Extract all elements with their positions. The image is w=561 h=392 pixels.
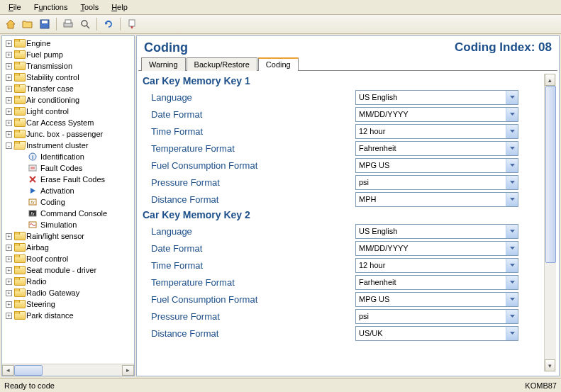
expander-icon[interactable]: +	[6, 108, 12, 115]
select-distance format[interactable]: US/UK	[355, 326, 518, 341]
tree-item[interactable]: +Air conditioning	[4, 94, 134, 106]
chevron-down-icon[interactable]	[506, 142, 518, 155]
select-time format[interactable]: 12 hour	[355, 258, 518, 273]
tree-item[interactable]: +Park distance	[4, 310, 134, 321]
tree-child-item[interactable]: Simulation	[4, 219, 134, 230]
chevron-down-icon[interactable]	[506, 259, 518, 272]
expander-icon[interactable]: +	[6, 52, 12, 58]
program-button[interactable]	[124, 16, 140, 32]
select-date format[interactable]: MM/DD/YYYY	[355, 107, 518, 122]
chevron-down-icon[interactable]	[506, 242, 518, 255]
chevron-down-icon[interactable]	[506, 193, 518, 206]
scroll-down-button[interactable]: ▾	[545, 359, 555, 371]
tree-item[interactable]: +Transmission	[4, 60, 134, 72]
module-tree-pane: +Engine+Fuel pump+Transmission+Stability…	[1, 35, 135, 376]
chevron-down-icon[interactable]	[506, 293, 518, 306]
tree-child-item[interactable]: Activation	[4, 185, 134, 196]
tree-item[interactable]: +Fuel pump	[4, 49, 134, 60]
select-distance format[interactable]: MPH	[355, 192, 518, 207]
tree-item[interactable]: +Radio	[4, 276, 134, 287]
tree-item[interactable]: +Stability control	[4, 72, 134, 83]
tab-coding[interactable]: Coding	[258, 57, 299, 71]
expander-icon[interactable]: +	[6, 233, 12, 240]
tree-child-item[interactable]: fxCommand Console	[4, 208, 134, 219]
scrollbar-thumb[interactable]	[14, 365, 43, 376]
chevron-down-icon[interactable]	[506, 225, 518, 238]
print-preview-button[interactable]	[77, 16, 93, 32]
tree-item[interactable]: +Junc. box - passenger	[4, 128, 134, 140]
expander-icon[interactable]: +	[6, 267, 12, 274]
tree-child-item[interactable]: Erase Fault Codes	[4, 174, 134, 185]
tab-backup-restore[interactable]: Backup/Restore	[187, 57, 257, 71]
chevron-down-icon[interactable]	[506, 91, 518, 104]
scroll-up-button[interactable]: ▴	[545, 74, 555, 86]
scrollbar-thumb[interactable]	[545, 86, 556, 263]
tree-item[interactable]: +Light control	[4, 106, 134, 117]
tree-item[interactable]: +Steering	[4, 298, 134, 310]
select-value: US English	[356, 227, 506, 235]
save-button[interactable]	[37, 16, 52, 32]
tree-item[interactable]: +Roof control	[4, 253, 134, 264]
expander-icon[interactable]: +	[6, 245, 12, 251]
expander-icon[interactable]: +	[6, 301, 12, 308]
form-label: Pressure Format	[143, 311, 355, 322]
chevron-down-icon[interactable]	[506, 327, 518, 340]
tree-item[interactable]: -Instrument cluster	[4, 140, 134, 151]
menu-file[interactable]: File	[3, 1, 27, 13]
select-fuel consumption format[interactable]: MPG US	[355, 158, 518, 173]
chevron-down-icon[interactable]	[506, 276, 518, 289]
expander-icon[interactable]: +	[6, 86, 12, 92]
refresh-button[interactable]	[101, 16, 116, 32]
chevron-down-icon[interactable]	[506, 108, 518, 121]
chevron-down-icon[interactable]	[506, 125, 518, 138]
content-scrollbar-vertical[interactable]: ▴ ▾	[544, 74, 556, 371]
select-value: US English	[356, 93, 506, 101]
expander-icon[interactable]: +	[6, 97, 12, 103]
tree-child-item[interactable]: fxCoding	[4, 196, 134, 208]
tree-item[interactable]: +Car Access System	[4, 117, 134, 128]
tree-scrollbar-horizontal[interactable]: ◂ ▸	[2, 364, 134, 376]
select-language[interactable]: US English	[355, 224, 518, 239]
expander-icon[interactable]: +	[6, 63, 12, 69]
expander-icon[interactable]: +	[6, 74, 12, 81]
tree-item[interactable]: +Seat module - driver	[4, 264, 134, 276]
print-button[interactable]	[60, 16, 76, 32]
tree-item[interactable]: +Airbag	[4, 242, 134, 253]
select-language[interactable]: US English	[355, 90, 518, 105]
expander-icon[interactable]: -	[6, 142, 12, 149]
select-temperature format[interactable]: Farhenheit	[355, 275, 518, 290]
scroll-left-button[interactable]: ◂	[2, 365, 14, 376]
tree-item[interactable]: +Transfer case	[4, 83, 134, 94]
select-pressure format[interactable]: psi	[355, 309, 518, 324]
folder-icon	[14, 39, 24, 47]
menu-functions[interactable]: Functions	[28, 1, 74, 13]
tree-child-item[interactable]: iIdentification	[4, 151, 134, 162]
chevron-down-icon[interactable]	[506, 176, 518, 189]
chevron-down-icon[interactable]	[506, 159, 518, 172]
expander-icon[interactable]: +	[6, 40, 12, 47]
home-button[interactable]	[3, 16, 18, 32]
open-button[interactable]	[20, 16, 35, 32]
tree-child-item[interactable]: Fault Codes	[4, 162, 134, 174]
expander-icon[interactable]: +	[6, 256, 12, 262]
tree-item[interactable]: +Radio Gateway	[4, 287, 134, 298]
faults-icon	[28, 164, 38, 172]
tab-warning[interactable]: Warning	[141, 57, 186, 71]
select-time format[interactable]: 12 hour	[355, 124, 518, 139]
expander-icon[interactable]: +	[6, 313, 12, 319]
form-label: Pressure Format	[143, 177, 355, 188]
select-pressure format[interactable]: psi	[355, 175, 518, 190]
select-fuel consumption format[interactable]: MPG US	[355, 292, 518, 307]
expander-icon[interactable]: +	[6, 290, 12, 296]
tree-item[interactable]: +Engine	[4, 38, 134, 49]
scroll-right-button[interactable]: ▸	[122, 365, 134, 376]
expander-icon[interactable]: +	[6, 279, 12, 285]
select-temperature format[interactable]: Fahrenheit	[355, 141, 518, 156]
chevron-down-icon[interactable]	[506, 310, 518, 323]
expander-icon[interactable]: +	[6, 131, 12, 138]
menu-tools[interactable]: Tools	[74, 1, 104, 13]
expander-icon[interactable]: +	[6, 120, 12, 126]
select-date format[interactable]: MM/DD/YYYY	[355, 241, 518, 256]
menu-help[interactable]: Help	[106, 1, 133, 13]
tree-item[interactable]: +Rain/light sensor	[4, 230, 134, 242]
